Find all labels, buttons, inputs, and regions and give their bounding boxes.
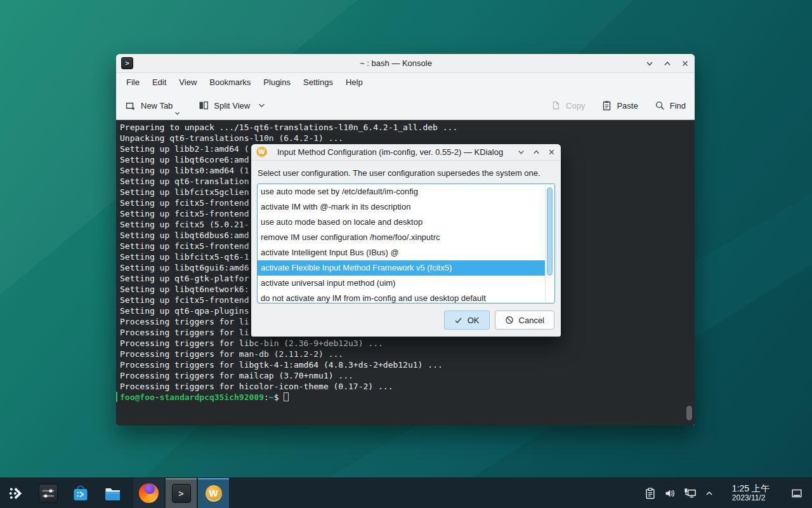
paste-icon xyxy=(601,100,612,111)
app-launcher-button[interactable] xyxy=(0,478,31,508)
menu-item[interactable]: Edit xyxy=(146,77,173,87)
konsole-titlebar[interactable]: > ~ : bash — Konsole xyxy=(116,54,695,73)
terminal-output-line: Processing triggers for libgtk-4-1:amd64… xyxy=(120,359,695,370)
taskbar-panel: > W xyxy=(0,478,812,508)
cancel-label: Cancel xyxy=(519,316,544,325)
network-tray-icon[interactable] xyxy=(683,486,697,500)
list-item[interactable]: activate Intelligent Input Bus (IBus) @ xyxy=(258,245,545,260)
new-tab-label: New Tab xyxy=(141,101,173,110)
show-desktop-button[interactable] xyxy=(790,487,803,500)
configuration-list[interactable]: use auto mode set by /etc/default/im-con… xyxy=(257,184,555,304)
konsole-task-icon: > xyxy=(172,484,191,503)
terminal-output-line: Preparing to unpack .../15-qt6-translati… xyxy=(120,122,695,133)
new-tab-button[interactable]: New Tab xyxy=(125,100,173,111)
clock-time: 1:25 上午 xyxy=(732,484,769,493)
list-item[interactable]: activate universal input method (uim) xyxy=(258,276,545,291)
list-item[interactable]: remove IM user configuration /home/foo/.… xyxy=(258,230,545,245)
dialog-minimize-icon[interactable] xyxy=(517,148,525,156)
desktop: > ~ : bash — Konsole FileEditViewBookmar… xyxy=(0,0,812,508)
dialog-maximize-icon[interactable] xyxy=(532,148,540,156)
list-item[interactable]: use auto mode based on locale and deskto… xyxy=(258,215,545,230)
ok-check-icon xyxy=(454,316,462,324)
kde-launcher-icon xyxy=(8,485,24,502)
new-output-indicator xyxy=(116,392,117,402)
split-view-button[interactable]: Split View xyxy=(198,100,265,111)
volume-tray-icon[interactable] xyxy=(664,487,676,500)
paste-button[interactable]: Paste xyxy=(601,100,638,111)
folder-icon xyxy=(103,484,122,503)
discover-launcher[interactable] xyxy=(65,478,96,508)
list-scrollbar-track[interactable] xyxy=(545,184,554,303)
system-settings-launcher[interactable] xyxy=(32,478,63,508)
terminal-output-line: Processing triggers for man-db (2.11.2-2… xyxy=(120,349,695,359)
maximize-icon[interactable] xyxy=(663,59,672,68)
window-title: ~ : bash — Konsole xyxy=(154,58,638,68)
find-button[interactable]: Find xyxy=(655,100,686,111)
task-konsole[interactable]: > xyxy=(166,478,197,508)
configuration-options: use auto mode set by /etc/default/im-con… xyxy=(258,184,554,304)
system-settings-icon xyxy=(39,484,58,503)
terminal-output-line: Processing triggers for hicolor-icon-the… xyxy=(120,381,695,392)
dolphin-launcher[interactable] xyxy=(97,478,128,508)
split-view-label: Split View xyxy=(214,101,250,110)
menu-item[interactable]: File xyxy=(120,77,146,87)
list-item[interactable]: activate Flexible Input Method Framework… xyxy=(258,260,545,276)
digital-clock[interactable]: 1:25 上午 2023/11/2 xyxy=(732,484,769,502)
minimize-icon[interactable] xyxy=(645,59,654,68)
menu-item[interactable]: Plugins xyxy=(257,77,297,87)
terminal-output-line: Processing triggers for libc-bin (2.36-9… xyxy=(120,338,695,349)
menu-item[interactable]: Help xyxy=(339,77,369,87)
split-view-chevron-icon[interactable] xyxy=(258,103,265,108)
copy-icon xyxy=(551,100,561,111)
im-config-icon: W xyxy=(256,147,267,157)
copy-button: Copy xyxy=(551,100,585,111)
prompt-user: foo@foo-standardpcq35ich92009 xyxy=(120,392,264,402)
prompt-path: ~ xyxy=(269,392,274,402)
clock-date: 2023/11/2 xyxy=(732,494,769,502)
tray-expander-icon[interactable] xyxy=(704,488,715,499)
new-tab-icon xyxy=(125,100,136,111)
find-label: Find xyxy=(670,101,686,110)
find-icon xyxy=(655,100,665,111)
konsole-icon: > xyxy=(121,57,133,69)
menu-item[interactable]: View xyxy=(173,77,203,87)
list-item[interactable]: use auto mode set by /etc/default/im-con… xyxy=(258,184,545,199)
close-icon[interactable] xyxy=(681,59,690,68)
dialog-message: Select user configuration. The user conf… xyxy=(258,168,554,178)
dialog-title: Input Method Configuration (im-config, v… xyxy=(270,147,510,157)
terminal-cursor xyxy=(284,392,289,401)
task-firefox[interactable] xyxy=(133,478,164,508)
kdialog-task-icon: W xyxy=(206,485,222,502)
paste-label: Paste xyxy=(617,101,638,110)
ok-label: OK xyxy=(468,316,480,325)
list-item[interactable]: do not activate any IM from im-config an… xyxy=(258,291,545,304)
toolbar: New Tab Split View Copy Paste xyxy=(116,91,695,120)
split-view-icon xyxy=(198,100,209,111)
list-scrollbar-thumb[interactable] xyxy=(547,187,553,276)
new-tab-chevron-icon[interactable] xyxy=(174,111,180,116)
input-method-dialog: W Input Method Configuration (im-config,… xyxy=(251,144,561,337)
terminal-prompt-line: foo@foo-standardpcq35ich92009:~$ xyxy=(120,392,695,403)
menubar: FileEditViewBookmarksPluginsSettingsHelp xyxy=(116,73,695,91)
menu-item[interactable]: Bookmarks xyxy=(203,77,257,87)
list-item[interactable]: activate IM with @-mark in its descripti… xyxy=(258,199,545,215)
cancel-button[interactable]: Cancel xyxy=(495,311,554,330)
clipboard-tray-icon[interactable] xyxy=(644,487,657,500)
discover-icon xyxy=(71,484,90,503)
ok-button[interactable]: OK xyxy=(444,311,490,330)
terminal-output-line: Processing triggers for mailcap (3.70+nm… xyxy=(120,370,695,381)
terminal-scrollbar-thumb[interactable] xyxy=(686,406,692,420)
terminal-output-line: Unpacking qt6-translations-l10n (6.4.2-1… xyxy=(120,133,695,144)
cancel-slash-icon xyxy=(505,316,514,324)
dialog-titlebar[interactable]: W Input Method Configuration (im-config,… xyxy=(251,144,561,161)
menu-item[interactable]: Settings xyxy=(297,77,339,87)
copy-label: Copy xyxy=(566,101,585,110)
dialog-close-icon[interactable] xyxy=(547,148,556,156)
firefox-icon-center xyxy=(145,484,155,494)
task-kdialog-active[interactable]: W xyxy=(198,478,229,508)
